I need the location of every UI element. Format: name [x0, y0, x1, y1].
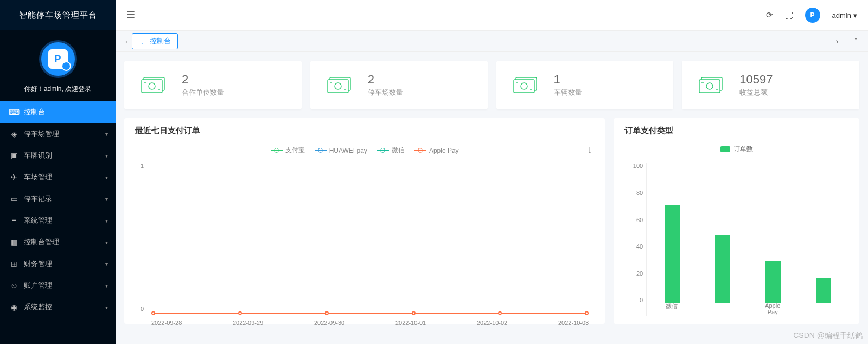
menu-icon: ▣: [10, 151, 18, 160]
tabs-scroll-left[interactable]: ‹: [121, 37, 132, 46]
stat-label: 车辆数量: [554, 88, 582, 98]
bar-chart-legend: 订单数: [624, 141, 848, 157]
topbar: ☰ ⟳ ⛶ P admin ▾: [116, 0, 868, 30]
toggle-sidebar-icon[interactable]: ☰: [126, 9, 135, 21]
legend-marker-icon: [315, 148, 327, 153]
bars-container: [646, 163, 848, 316]
stats-row: 2合作单位数量2停车场数量1车辆数量10597收益总额: [124, 61, 859, 109]
bar-legend-label: 订单数: [733, 145, 753, 154]
sidebar-item-4[interactable]: ▭停车记录▾: [0, 188, 116, 210]
line-ytick: 1: [141, 163, 144, 169]
bar-ytick: 60: [629, 217, 643, 223]
stat-label: 合作单位数量: [182, 88, 224, 98]
legend-item[interactable]: 微信: [377, 146, 405, 155]
legend-marker-icon: [377, 148, 389, 153]
menu-label: 账户管理: [24, 281, 52, 290]
legend-item[interactable]: 支付宝: [271, 146, 305, 155]
caret-down-icon: ▾: [105, 131, 108, 137]
menu-icon: ☺: [10, 281, 18, 290]
app-title: 智能停车场管理平台: [0, 0, 116, 30]
legend-marker-icon: [271, 148, 283, 153]
download-icon[interactable]: ⭳: [586, 146, 594, 155]
stat-value: 10597: [739, 73, 773, 87]
fullscreen-icon[interactable]: ⛶: [785, 11, 793, 20]
tab-label: 控制台: [150, 36, 171, 46]
legend-marker-icon: [414, 148, 426, 153]
menu-icon: ⊞: [10, 259, 18, 268]
bar: [765, 261, 781, 303]
line-x-labels: 2022-09-282022-09-292022-09-302022-10-01…: [151, 320, 589, 326]
tabs-dropdown-icon[interactable]: ˅: [848, 34, 863, 48]
money-icon: [139, 75, 167, 95]
menu-icon: ✈: [10, 173, 18, 181]
content: 2合作单位数量2停车场数量1车辆数量10597收益总额 最近七日支付订单 支付宝…: [116, 52, 868, 344]
bar-ytick: 80: [629, 190, 643, 196]
bar: [816, 278, 831, 303]
menu-icon: ≡: [10, 216, 18, 225]
sidebar-item-7[interactable]: ⊞财务管理▾: [0, 253, 116, 275]
menu-label: 系统监控: [24, 302, 52, 312]
sidebar-item-0[interactable]: ⌨控制台: [0, 101, 116, 123]
stat-value: 2: [182, 73, 224, 87]
menu-icon: ⌨: [10, 108, 18, 116]
svg-rect-9: [328, 80, 348, 93]
sidebar-item-5[interactable]: ≡系统管理▾: [0, 210, 116, 231]
bar-column: [810, 278, 837, 303]
bar-ytick: 0: [629, 297, 643, 303]
tab-dashboard[interactable]: 控制台: [132, 33, 178, 49]
legend-text: 微信: [392, 146, 405, 155]
svg-rect-0: [139, 38, 146, 43]
data-point: [585, 311, 589, 315]
main-area: ☰ ⟳ ⛶ P admin ▾ ‹ 控制台 › ˅: [116, 0, 868, 344]
sidebar-item-8[interactable]: ☺账户管理▾: [0, 275, 116, 296]
stat-label: 停车场数量: [368, 88, 403, 98]
user-dropdown[interactable]: admin ▾: [832, 11, 857, 20]
data-point: [325, 311, 329, 315]
legend-item[interactable]: HUAWEI pay: [315, 147, 367, 154]
tabs-row: ‹ 控制台 › ˅: [116, 30, 868, 52]
stat-card-2: 1车辆数量: [496, 61, 674, 109]
caret-down-icon: ▾: [105, 261, 108, 267]
x-tick-label: 2022-09-28: [151, 320, 182, 326]
stat-card-3: 10597收益总额: [682, 61, 859, 109]
sidebar-item-2[interactable]: ▣车牌识别▾: [0, 145, 116, 166]
caret-down-icon: ▾: [105, 196, 108, 202]
line-ytick: 0: [141, 306, 144, 312]
stat-value: 2: [368, 73, 403, 87]
stat-label: 收益总额: [739, 88, 773, 98]
bar-ytick: 100: [629, 163, 643, 169]
bar-y-axis: 100806040200: [629, 163, 643, 303]
sidebar-item-9[interactable]: ◉系统监控▾: [0, 296, 116, 318]
menu-label: 控制台管理: [24, 237, 59, 247]
menu-label: 系统管理: [24, 216, 52, 225]
sidebar-item-1[interactable]: ◈停车场管理▾: [0, 123, 116, 145]
legend-item[interactable]: Apple Pay: [414, 147, 459, 154]
legend-text: 支付宝: [285, 146, 305, 155]
bar-chart-title: 订单支付类型: [624, 126, 848, 136]
svg-rect-14: [514, 80, 534, 93]
legend-text: HUAWEI pay: [329, 147, 367, 154]
svg-rect-4: [142, 80, 162, 93]
bar: [665, 205, 680, 304]
caret-down-icon: ▾: [105, 239, 108, 245]
bar-column: [709, 235, 736, 304]
data-point: [238, 311, 242, 315]
menu-icon: ▦: [10, 238, 18, 246]
menu-icon: ▭: [10, 194, 18, 203]
sidebar-item-3[interactable]: ✈车场管理▾: [0, 166, 116, 188]
caret-down-icon: ▾: [105, 174, 108, 180]
money-icon: [512, 75, 539, 95]
refresh-icon[interactable]: ⟳: [766, 10, 773, 20]
sidebar-item-6[interactable]: ▦控制台管理▾: [0, 231, 116, 253]
bar-legend-swatch: [720, 146, 730, 152]
menu-label: 财务管理: [24, 259, 52, 269]
bar-ytick: 20: [629, 270, 643, 277]
money-icon: [697, 75, 724, 95]
menu-label: 车场管理: [24, 172, 52, 182]
money-icon: [326, 75, 353, 95]
avatar: P: [39, 40, 77, 78]
tabs-scroll-right[interactable]: ›: [830, 34, 844, 48]
line-chart-body: 1 0 2022-09-282022-09-292022-09-302022-1…: [135, 159, 594, 316]
bar-x-labels: 微信Apple Pay: [646, 302, 848, 315]
line-chart-legend: 支付宝HUAWEI pay微信Apple Pay⭳: [135, 141, 594, 159]
